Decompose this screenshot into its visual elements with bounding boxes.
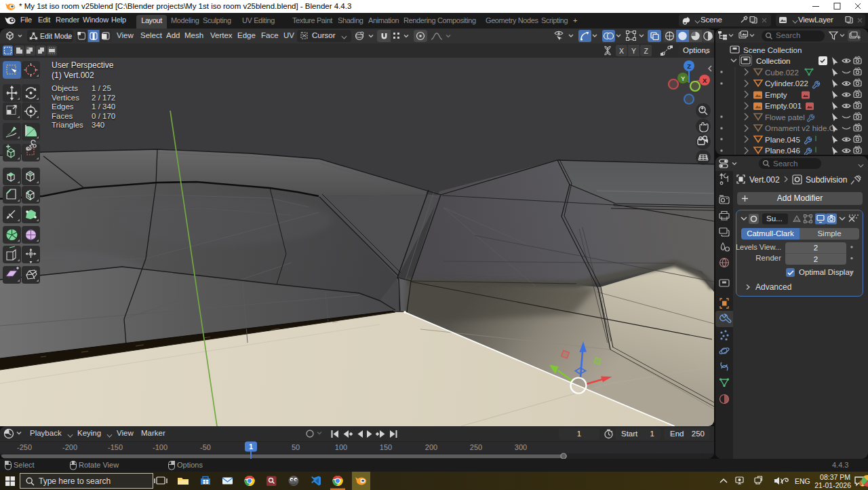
svg-text:ENG: ENG: [795, 477, 810, 485]
svg-text:Y: Y: [681, 75, 686, 82]
svg-text:Flowe patel: Flowe patel: [765, 113, 805, 121]
svg-text:50: 50: [292, 443, 300, 451]
svg-text:-250: -250: [17, 443, 32, 451]
svg-text:100: 100: [335, 443, 347, 451]
svg-text:-200: -200: [62, 443, 77, 451]
svg-text:X: X: [619, 47, 624, 55]
svg-text:X: X: [703, 77, 707, 84]
svg-text:-150: -150: [108, 443, 123, 451]
svg-text:Ornament v2 hide.C: Ornament v2 hide.C: [765, 124, 835, 132]
svg-text:Z: Z: [687, 62, 691, 70]
svg-text:Plane.046: Plane.046: [765, 147, 800, 155]
svg-text:Empty.001: Empty.001: [765, 102, 802, 110]
svg-text:Empty: Empty: [765, 91, 787, 99]
svg-text:Cube.022: Cube.022: [765, 69, 799, 77]
svg-text:Cylinder.022: Cylinder.022: [765, 79, 808, 88]
svg-text:-50: -50: [200, 443, 211, 451]
svg-text:200: 200: [425, 443, 437, 451]
svg-text:Vert.002: Vert.002: [749, 175, 780, 185]
svg-text:-100: -100: [153, 443, 167, 451]
svg-text:08:37 PM: 08:37 PM: [820, 473, 850, 481]
svg-text:Su...: Su...: [766, 214, 783, 223]
svg-text:1: 1: [249, 442, 253, 451]
svg-text:Plane.045: Plane.045: [765, 136, 800, 144]
svg-text:300: 300: [515, 443, 527, 451]
svg-text:250: 250: [470, 443, 482, 451]
svg-text:Y: Y: [631, 47, 636, 55]
svg-text:21-01-2026: 21-01-2026: [814, 481, 851, 489]
svg-text:150: 150: [380, 443, 392, 451]
svg-text:Z: Z: [644, 47, 649, 55]
svg-text:Subdivision: Subdivision: [806, 175, 847, 185]
